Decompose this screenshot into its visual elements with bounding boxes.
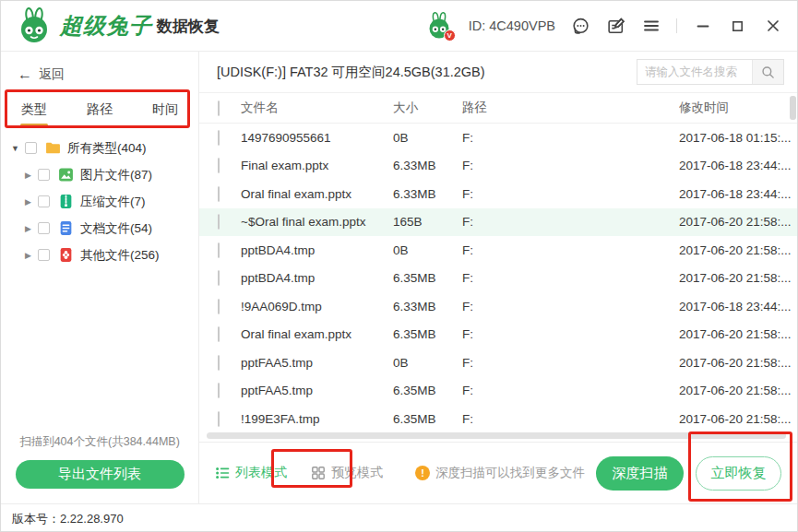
menu-icon[interactable] xyxy=(641,17,661,36)
cell-path: F: xyxy=(462,215,679,229)
table-row[interactable]: Oral final exam.pptx 6.35MB F: 2017-06-2… xyxy=(199,321,797,349)
cell-mtime: 2017-06-20 21:58:... xyxy=(679,356,797,370)
search-icon xyxy=(761,65,775,79)
vertical-scrollbar[interactable] xyxy=(790,96,796,120)
cell-mtime: 2017-06-18 23:44:... xyxy=(679,187,797,201)
row-checkbox[interactable] xyxy=(218,130,220,146)
cell-mtime: 2017-06-18 23:44:... xyxy=(679,159,797,172)
cell-path: F: xyxy=(462,187,679,201)
row-checkbox[interactable] xyxy=(218,383,220,398)
cell-path: F: xyxy=(462,384,679,397)
cell-name: 1497690955661 xyxy=(241,131,393,145)
cell-path: F: xyxy=(462,300,679,313)
document-file-icon xyxy=(58,220,74,236)
row-checkbox[interactable] xyxy=(218,299,220,314)
cell-name: pptBDA4.tmp xyxy=(241,271,393,285)
minimize-button[interactable] xyxy=(693,17,712,36)
table-row[interactable]: pptFAA5.tmp 0B F: 2017-06-20 21:58:... xyxy=(199,349,797,377)
recover-now-button[interactable]: 立即恢复 xyxy=(696,456,781,491)
table-row[interactable]: Final exam.pptx 6.33MB F: 2017-06-18 23:… xyxy=(199,152,797,181)
tab-path[interactable]: 路径 xyxy=(87,101,113,126)
table-row-selected[interactable]: ~$Oral final exam.pptx 165B F: 2017-06-2… xyxy=(199,208,797,237)
tree-item-label: 所有类型(404) xyxy=(67,140,147,157)
rabbit-logo-icon xyxy=(16,7,53,44)
row-checkbox[interactable] xyxy=(218,242,220,258)
feedback-icon[interactable] xyxy=(606,17,625,36)
list-mode-button[interactable]: 列表模式 xyxy=(215,465,287,481)
cell-path: F: xyxy=(462,271,679,285)
file-table: 1497690955661 0B F: 2017-06-18 01:15:...… xyxy=(199,124,797,433)
horizontal-scrollbar[interactable] xyxy=(207,432,786,439)
search-button[interactable] xyxy=(752,60,783,84)
cell-size: 6.33MB xyxy=(393,187,462,201)
cell-size: 6.35MB xyxy=(393,271,462,285)
row-checkbox[interactable] xyxy=(218,186,220,202)
expand-arrow-icon[interactable]: ▶ xyxy=(21,251,35,260)
col-header-path: 路径 xyxy=(462,100,679,116)
cell-mtime: 2017-06-20 21:58:... xyxy=(679,327,797,341)
tree-checkbox[interactable] xyxy=(38,195,50,207)
tree-checkbox[interactable] xyxy=(25,142,37,154)
close-button[interactable] xyxy=(763,17,782,36)
cell-size: 0B xyxy=(393,131,462,145)
table-row[interactable]: pptBDA4.tmp 0B F: 2017-06-20 21:58:... xyxy=(199,236,797,265)
app-title-suffix: 数据恢复 xyxy=(157,16,220,37)
back-button[interactable]: ← 返回 xyxy=(1,52,198,83)
cell-name: Final exam.pptx xyxy=(241,159,393,172)
cell-mtime: 2017-06-20 21:58:... xyxy=(679,384,797,397)
collapse-arrow-icon[interactable]: ▼ xyxy=(8,144,22,153)
maximize-button[interactable] xyxy=(728,17,747,36)
tree-checkbox[interactable] xyxy=(38,222,50,234)
preview-mode-button[interactable]: 预览模式 xyxy=(311,465,383,481)
table-row[interactable]: !199E3FA.tmp 6.35MB F: 2017-06-20 21:58:… xyxy=(199,405,797,433)
row-checkbox[interactable] xyxy=(218,214,220,230)
cell-size: 6.35MB xyxy=(393,327,462,341)
preview-mode-label: 预览模式 xyxy=(331,465,383,481)
row-checkbox[interactable] xyxy=(218,411,220,427)
user-id: ID: 4C490VPB xyxy=(469,18,555,33)
back-label: 返回 xyxy=(39,66,65,83)
cell-path: F: xyxy=(462,327,679,341)
table-row[interactable]: Oral final exam.pptx 6.33MB F: 2017-06-1… xyxy=(199,180,797,208)
tree-checkbox[interactable] xyxy=(38,249,50,261)
table-row[interactable]: !9AA069D.tmp 6.33MB F: 2017-06-18 23:44:… xyxy=(199,292,797,321)
row-checkbox[interactable] xyxy=(218,326,220,342)
cell-name: Oral final exam.pptx xyxy=(241,327,393,341)
tab-type[interactable]: 类型 xyxy=(21,101,47,126)
cell-mtime: 2017-06-20 21:58:... xyxy=(679,271,797,285)
avatar[interactable]: V xyxy=(425,12,453,40)
cell-mtime: 2017-06-18 23:44:... xyxy=(679,300,797,313)
scan-summary: 扫描到404个文件(共384.44MB) xyxy=(1,434,198,450)
tree-checkbox[interactable] xyxy=(38,169,50,181)
row-checkbox[interactable] xyxy=(218,355,220,371)
table-row[interactable]: pptFAA5.tmp 6.35MB F: 2017-06-20 21:58:.… xyxy=(199,377,797,406)
app-title: 超级兔子 xyxy=(60,11,152,41)
table-row[interactable]: 1497690955661 0B F: 2017-06-18 01:15:... xyxy=(199,124,797,152)
deep-scan-button[interactable]: 深度扫描 xyxy=(596,456,684,491)
tree-item-image-files[interactable]: ▶ 图片文件(87) xyxy=(1,161,198,188)
export-file-list-button[interactable]: 导出文件列表 xyxy=(16,460,185,489)
tab-time[interactable]: 时间 xyxy=(152,101,178,126)
drive-info-bar: [UDISK(F:)] FAT32 可用空间24.5GB(31.2GB) xyxy=(199,52,797,93)
col-header-size: 大小 xyxy=(393,100,462,116)
row-checkbox[interactable] xyxy=(218,158,220,173)
cell-name: pptBDA4.tmp xyxy=(241,243,393,257)
row-checkbox[interactable] xyxy=(218,270,220,286)
header-controls: V ID: 4C490VPB xyxy=(425,12,782,40)
cell-name: ~$Oral final exam.pptx xyxy=(241,215,393,229)
tree-item-archive-files[interactable]: ▶ 压缩文件(7) xyxy=(1,188,198,215)
tree-item-document-files[interactable]: ▶ 文档文件(54) xyxy=(1,215,198,242)
expand-arrow-icon[interactable]: ▶ xyxy=(21,224,35,233)
tree-item-all-types[interactable]: ▼ 所有类型(404) xyxy=(1,135,198,161)
tree-item-label: 其他文件(256) xyxy=(80,247,160,264)
expand-arrow-icon[interactable]: ▶ xyxy=(21,197,35,207)
select-all-checkbox[interactable] xyxy=(218,100,220,116)
search-input[interactable] xyxy=(637,60,752,84)
sidebar: ← 返回 类型 路径 时间 ▼ 所有类型(404) ▶ xyxy=(1,52,199,503)
title-bar: 超级兔子 数据恢复 V ID: 4C490VPB xyxy=(1,1,797,52)
tree-item-other-files[interactable]: ▶ 其他文件(256) xyxy=(1,242,198,268)
support-icon[interactable] xyxy=(571,17,590,36)
table-row[interactable]: pptBDA4.tmp 6.35MB F: 2017-06-20 21:58:.… xyxy=(199,265,797,293)
expand-arrow-icon[interactable]: ▶ xyxy=(21,171,35,180)
cell-mtime: 2017-06-20 21:58:... xyxy=(679,243,797,257)
